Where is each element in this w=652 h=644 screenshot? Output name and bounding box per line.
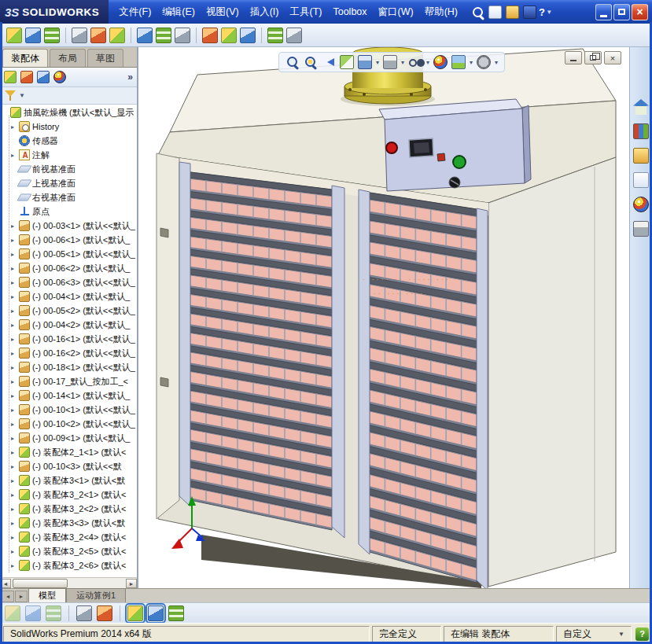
tree-item[interactable]: ▸(-) 00-16<2> (默认<<默认_ — [0, 346, 137, 360]
tree-item[interactable]: 抽風乾燥機 (默认<默认_显示 — [0, 105, 137, 120]
view-settings-icon[interactable] — [477, 55, 491, 69]
bill-of-materials-icon[interactable] — [221, 28, 237, 43]
view-orientation-icon[interactable] — [358, 55, 372, 69]
tree-item[interactable]: ▸(-) 装配体3_2<5> (默认< — [0, 544, 137, 558]
custom-properties-icon[interactable] — [633, 221, 649, 237]
tree-item[interactable]: ▸(-) 00-05<1> (默认<<默认_ — [0, 247, 137, 261]
document-close-button[interactable]: × — [604, 51, 621, 64]
displaymanager-icon[interactable] — [53, 71, 66, 83]
expand-arrow-icon[interactable]: ▸ — [11, 449, 19, 456]
expand-arrow-icon[interactable]: ▸ — [11, 392, 19, 399]
menu-item[interactable]: 编辑(E) — [157, 0, 201, 24]
edit-component-icon[interactable] — [97, 605, 112, 621]
tree-item[interactable]: ▸(-) 00-04<2> (默认<默认_ — [0, 318, 137, 332]
tree-item[interactable]: ▸(-) 00-10<3> (默认<<默 — [0, 459, 137, 473]
expand-arrow-icon[interactable]: ▸ — [11, 307, 19, 315]
tree-item[interactable]: ▸(-) 00-17_默认_按加工_< — [0, 374, 137, 388]
menu-item[interactable]: Toolbox — [327, 0, 372, 24]
dropdown-caret-icon[interactable]: ▾ — [401, 59, 404, 66]
tree-item[interactable]: ▸(-) 00-03<1> (默认<<默认_ — [0, 219, 137, 233]
propertymanager-icon[interactable] — [20, 71, 33, 83]
tree-item[interactable]: ▸(-) 00-10<1> (默认<<默认_ — [0, 403, 137, 417]
expand-arrow-icon[interactable]: ▸ — [11, 265, 19, 272]
section-view-icon[interactable] — [340, 55, 354, 69]
tree-item[interactable]: 右视基准面 — [0, 190, 137, 204]
tab-sketch[interactable]: 草图 — [87, 49, 123, 67]
mate-icon[interactable] — [25, 28, 41, 43]
tree-item[interactable]: 传感器 — [0, 134, 137, 148]
filter-dropdown-icon[interactable]: ▼ — [19, 92, 25, 99]
exploded-view-icon[interactable] — [240, 28, 256, 43]
edit-appearance-icon[interactable] — [433, 55, 448, 69]
tab-scroll-right-icon[interactable]: ► — [15, 591, 28, 602]
zoom-area-icon[interactable] — [304, 55, 318, 69]
expand-arrow-icon[interactable]: ▸ — [11, 548, 19, 555]
model-3d-view[interactable]: · ···· ·· ····· ····· ··· ···· — [138, 47, 629, 588]
instant3d-icon[interactable] — [267, 28, 283, 43]
tree-item[interactable]: ▸(-) 00-10<2> (默认<<默认_ — [0, 417, 137, 431]
tab-motion-study[interactable]: 运动算例1 — [66, 588, 126, 602]
apply-scene-icon[interactable] — [451, 55, 466, 69]
filter-funnel-icon[interactable] — [4, 90, 17, 101]
display-pane-icon[interactable] — [148, 605, 164, 621]
rotate-component-icon[interactable] — [109, 28, 125, 43]
scroll-right-icon[interactable]: ► — [126, 579, 137, 588]
smart-fasteners-icon[interactable] — [72, 28, 87, 43]
tree-item[interactable]: ▸(-) 00-16<1> (默认<<默认_ — [0, 332, 137, 346]
menu-item[interactable]: 文件(F) — [113, 0, 157, 24]
expand-arrow-icon[interactable]: ▸ — [11, 251, 19, 258]
appearances-scenes-icon[interactable] — [633, 197, 649, 212]
tree-item[interactable]: ▸(-) 00-05<2> (默认<<默认_ — [0, 304, 137, 318]
expand-arrow-icon[interactable]: ▸ — [11, 293, 19, 300]
expand-arrow-icon[interactable]: ▸ — [11, 407, 19, 414]
expand-arrow-icon[interactable]: ▸ — [11, 562, 19, 569]
tree-item[interactable]: ▸(-) 装配体3<3> (默认<默 — [0, 516, 137, 530]
document-restore-button[interactable] — [584, 51, 602, 64]
menu-item[interactable]: 窗口(W) — [373, 0, 419, 24]
hide-show-items-icon[interactable] — [408, 55, 422, 69]
assembly-features-icon[interactable] — [156, 28, 171, 43]
tree-item[interactable]: ▸(-) 装配体3<1> (默认<默 — [0, 473, 137, 488]
reference-geometry-icon[interactable] — [175, 28, 190, 43]
grid-display-icon[interactable] — [168, 605, 184, 621]
custom-menu-caret-icon[interactable]: ▼ — [618, 631, 624, 638]
tree-item[interactable]: ▸History — [0, 120, 137, 134]
document-minimize-button[interactable] — [565, 51, 582, 64]
expand-arrow-icon[interactable]: ▸ — [11, 477, 19, 484]
solidworks-resources-icon[interactable] — [633, 99, 649, 115]
assembly-transparency-icon[interactable] — [127, 605, 143, 621]
tree-horizontal-scrollbar[interactable]: ◄ ► — [0, 577, 137, 588]
search-icon[interactable] — [471, 6, 484, 19]
graphics-area[interactable]: · ···· ·· ····· ····· ··· ···· ▾▾▾▾▾ × — [138, 47, 629, 588]
expand-arrow-icon[interactable]: ▸ — [11, 491, 19, 499]
tree-item[interactable]: 原点 — [0, 204, 137, 219]
tab-scroll-left-icon[interactable]: ◄ — [2, 591, 14, 602]
new-motion-study-icon[interactable] — [202, 28, 218, 43]
expand-arrow-icon[interactable]: ▸ — [11, 123, 19, 131]
expand-arrow-icon[interactable]: ▸ — [11, 463, 19, 470]
help-icon[interactable]: ? — [635, 627, 649, 641]
insert-component-icon[interactable] — [6, 28, 22, 43]
file-explorer-icon[interactable] — [633, 148, 649, 164]
open-icon[interactable] — [506, 6, 519, 19]
tree-item[interactable]: ▸(-) 00-14<1> (默认<默认_ — [0, 388, 137, 403]
menu-item[interactable]: 插入(I) — [245, 0, 285, 24]
isolate-icon[interactable] — [76, 605, 92, 621]
selection-filter-icon[interactable] — [5, 605, 20, 621]
quick-access-expand-icon[interactable]: ▾ — [547, 8, 551, 16]
help-menu-button[interactable]: ? — [536, 6, 547, 18]
save-icon[interactable] — [523, 6, 536, 19]
tab-layout[interactable]: 布局 — [50, 49, 86, 67]
expand-arrow-icon[interactable]: ▸ — [11, 506, 19, 513]
expand-arrow-icon[interactable]: ▸ — [11, 520, 19, 527]
tree-item[interactable]: ▸(-) 00-09<1> (默认<默认_ — [0, 431, 137, 445]
expand-arrow-icon[interactable]: ▸ — [11, 237, 19, 244]
tree-item[interactable]: ▸注解 — [0, 148, 137, 162]
expand-arrow-icon[interactable]: ▸ — [11, 350, 19, 357]
tree-item[interactable]: ▸(-) 装配体2_1<1> (默认< — [0, 445, 137, 459]
filter-edges-icon[interactable] — [46, 605, 61, 621]
show-hidden-components-icon[interactable] — [137, 28, 153, 43]
external-references-icon[interactable] — [286, 28, 302, 43]
tree-item[interactable]: 前视基准面 — [0, 162, 137, 176]
expand-arrow-icon[interactable]: ▸ — [11, 364, 19, 371]
